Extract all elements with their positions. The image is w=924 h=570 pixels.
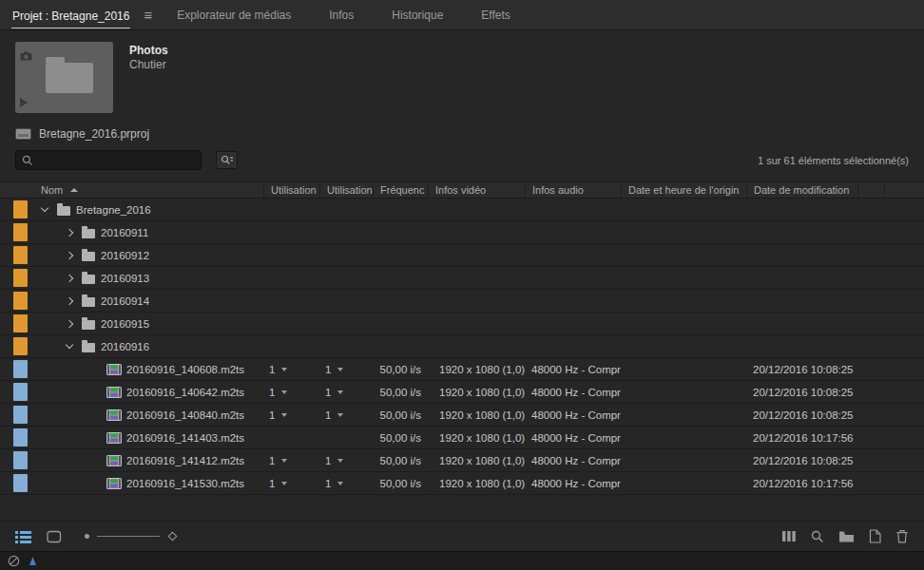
- column-header-utilisation-audio[interactable]: Utilisation: [319, 182, 373, 198]
- expand-chevron-icon[interactable]: [67, 230, 82, 236]
- cell-usage-video[interactable]: 1: [263, 404, 319, 426]
- column-header-date-modification[interactable]: Date de modification: [746, 182, 857, 198]
- label-chip-blue[interactable]: [13, 360, 28, 378]
- bin-thumbnail[interactable]: [15, 42, 113, 113]
- usage-dropdown-icon[interactable]: [281, 390, 287, 394]
- cell-usage-audio[interactable]: 1: [319, 472, 373, 494]
- column-header-utilisation-video[interactable]: Utilisation: [263, 182, 319, 198]
- cell-usage-video[interactable]: 1: [263, 358, 319, 380]
- collapse-chevron-icon[interactable]: [42, 208, 57, 211]
- usage-dropdown-icon[interactable]: [281, 459, 287, 463]
- panel-menu-icon[interactable]: ≡: [142, 0, 158, 29]
- column-header-infos-audio[interactable]: Infos audio: [525, 182, 621, 198]
- item-name[interactable]: 20160916_141530.m2ts: [126, 478, 244, 489]
- label-chip-orange[interactable]: [13, 223, 28, 241]
- expand-chevron-icon[interactable]: [67, 253, 82, 258]
- column-header-frequence[interactable]: Fréquenc: [373, 182, 428, 198]
- tab-infos[interactable]: Infos: [310, 0, 373, 29]
- project-file-row[interactable]: Bretagne_2016.prproj: [0, 114, 924, 141]
- usage-dropdown-icon[interactable]: [281, 368, 287, 371]
- usage-dropdown-icon[interactable]: [337, 368, 343, 371]
- expand-chevron-icon[interactable]: [67, 321, 82, 327]
- column-header-infos-video[interactable]: Infos vidéo: [428, 182, 525, 198]
- table-row[interactable]: 20160915: [0, 313, 924, 335]
- label-chip-blue[interactable]: [13, 451, 28, 469]
- table-row[interactable]: 20160916: [0, 335, 924, 358]
- item-name[interactable]: Bretagne_2016: [76, 204, 151, 216]
- label-chip-blue[interactable]: [13, 474, 28, 492]
- usage-dropdown-icon[interactable]: [337, 459, 343, 463]
- new-item-button[interactable]: [869, 529, 881, 543]
- usage-dropdown-icon[interactable]: [281, 482, 287, 485]
- label-chip-orange[interactable]: [13, 337, 28, 355]
- tab-projet[interactable]: Projet : Bretagne_2016: [0, 0, 142, 29]
- column-header-date-origine[interactable]: Date et heure de l'origin: [621, 182, 746, 198]
- label-chip-blue[interactable]: [13, 428, 28, 446]
- item-name[interactable]: 20160911: [101, 227, 148, 238]
- usage-dropdown-icon[interactable]: [337, 482, 343, 485]
- item-name[interactable]: 20160916_141412.m2ts: [126, 455, 244, 466]
- cell-usage-audio[interactable]: 1: [319, 449, 373, 471]
- collapse-chevron-icon[interactable]: [67, 345, 82, 348]
- cell-usage-audio[interactable]: 1: [319, 381, 373, 403]
- item-name[interactable]: 20160913: [101, 273, 149, 284]
- search-input[interactable]: [15, 150, 202, 170]
- icon-view-button[interactable]: [47, 530, 62, 543]
- item-name[interactable]: 20160916_140840.m2ts: [126, 409, 244, 421]
- item-name[interactable]: 20160916_140642.m2ts: [126, 387, 244, 398]
- table-row[interactable]: 20160912: [0, 244, 924, 267]
- zoom-slider-handle[interactable]: [168, 532, 178, 542]
- usage-dropdown-icon[interactable]: [281, 413, 287, 417]
- item-name[interactable]: 20160912: [101, 250, 149, 261]
- table-row[interactable]: 20160916_140642.m2ts1150,00 i/s1920 x 10…: [0, 381, 924, 404]
- cell-usage-audio[interactable]: 1: [319, 358, 373, 380]
- column-header-label[interactable]: [0, 182, 34, 198]
- expand-chevron-icon[interactable]: [67, 298, 82, 304]
- search-text-field[interactable]: [38, 154, 195, 167]
- table-row[interactable]: 20160914: [0, 290, 924, 313]
- table-row[interactable]: 20160916_141530.m2ts1150,00 i/s1920 x 10…: [0, 472, 924, 495]
- zoom-slider[interactable]: [85, 533, 176, 540]
- table-row[interactable]: 20160916_140840.m2ts1150,00 i/s1920 x 10…: [0, 404, 924, 427]
- play-icon[interactable]: [20, 98, 28, 107]
- item-name[interactable]: 20160915: [101, 318, 149, 330]
- label-chip-blue[interactable]: [13, 406, 28, 424]
- zoom-slider-track[interactable]: [97, 536, 160, 537]
- column-header-nom[interactable]: Nom: [34, 182, 263, 198]
- cell-usage-video[interactable]: 1: [263, 381, 319, 403]
- table-row[interactable]: 20160916_141403.m2ts50,00 i/s1920 x 1080…: [0, 427, 924, 449]
- tab-historique[interactable]: Historique: [373, 0, 462, 29]
- table-row[interactable]: 20160916_141412.m2ts1150,00 i/s1920 x 10…: [0, 449, 924, 472]
- new-bin-button[interactable]: [838, 530, 855, 542]
- table-row[interactable]: 20160911: [0, 221, 924, 244]
- item-name[interactable]: 20160916_140608.m2ts: [126, 364, 244, 375]
- usage-dropdown-icon[interactable]: [337, 413, 343, 417]
- cell-usage-video[interactable]: 1: [263, 449, 319, 471]
- label-chip-blue[interactable]: [13, 383, 28, 401]
- sync-status-icon[interactable]: [8, 555, 20, 567]
- label-chip-orange[interactable]: [13, 314, 28, 332]
- label-chip-orange[interactable]: [13, 292, 28, 310]
- camera-icon[interactable]: [20, 48, 33, 65]
- label-chip-orange[interactable]: [13, 200, 28, 218]
- delete-button[interactable]: [895, 529, 909, 543]
- cell-usage-audio[interactable]: 1: [319, 404, 373, 426]
- tab-effets[interactable]: Effets: [462, 0, 529, 29]
- item-name[interactable]: 20160914: [101, 295, 149, 307]
- automate-to-sequence-button[interactable]: [781, 530, 797, 542]
- tab-explorateur-de-medias[interactable]: Explorateur de médias: [158, 0, 310, 29]
- search-bin-button[interactable]: [216, 151, 238, 169]
- usage-dropdown-icon[interactable]: [337, 390, 343, 394]
- clip-icon: [106, 478, 122, 489]
- item-name[interactable]: 20160916_141403.m2ts: [126, 432, 244, 444]
- table-row[interactable]: Bretagne_2016: [0, 199, 924, 221]
- find-button[interactable]: [811, 530, 824, 543]
- cell-usage-video[interactable]: 1: [263, 472, 319, 494]
- item-name[interactable]: 20160916: [101, 341, 149, 352]
- table-row[interactable]: 20160913: [0, 267, 924, 290]
- list-view-button[interactable]: [15, 530, 31, 543]
- expand-chevron-icon[interactable]: [67, 276, 82, 281]
- label-chip-orange[interactable]: [13, 246, 28, 264]
- table-row[interactable]: 20160916_140608.m2ts1150,00 i/s1920 x 10…: [0, 358, 924, 381]
- label-chip-orange[interactable]: [13, 269, 28, 287]
